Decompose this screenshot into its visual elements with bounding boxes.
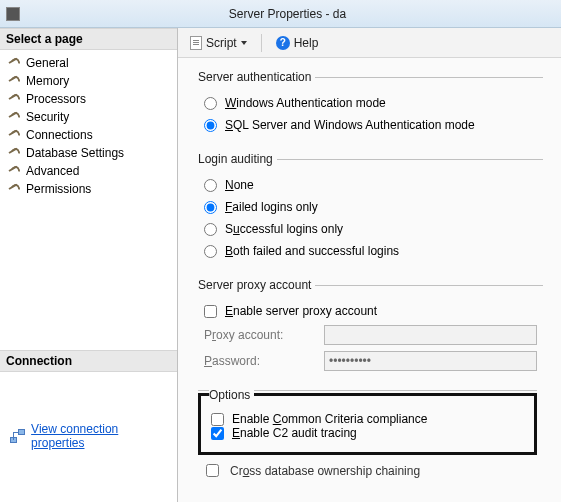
sidebar-item-label: Advanced [26,163,79,179]
server-auth-legend: Server authentication [198,70,315,84]
login-auditing-group: Login auditing None Failed logins only S… [198,152,543,264]
audit-failed-row[interactable]: Failed logins only [202,196,539,218]
help-label: Help [294,36,319,50]
sidebar-item-advanced[interactable]: Advanced [2,162,175,180]
option-c2-label: Enable C2 audit tracing [232,426,357,440]
sidebar-item-label: Processors [26,91,86,107]
wrench-icon [8,57,20,69]
proxy-password-label: Password: [204,354,314,368]
sidebar-item-security[interactable]: Security [2,108,175,126]
audit-success-label: Successful logins only [225,222,343,236]
sidebar-item-permissions[interactable]: Permissions [2,180,175,198]
chevron-down-icon [241,41,247,45]
proxy-account-label: Proxy account: [204,328,314,342]
sidebar-item-processors[interactable]: Processors [2,90,175,108]
audit-both-radio[interactable] [204,245,217,258]
connection-properties-link[interactable]: View connection properties [31,422,167,450]
wrench-icon [8,93,20,105]
option-c2-checkbox[interactable] [211,427,224,440]
options-legend: Options [209,388,254,402]
wrench-icon [8,147,20,159]
window-title: Server Properties - da [20,7,555,21]
login-auditing-legend: Login auditing [198,152,277,166]
security-page: Server authentication Windows Authentica… [178,58,561,502]
audit-none-radio[interactable] [204,179,217,192]
sidebar-item-label: Database Settings [26,145,124,161]
option-ccc-label: Enable Common Criteria compliance [232,412,427,426]
audit-none-label: None [225,178,254,192]
auth-windows-label: Windows Authentication mode [225,96,386,110]
sidebar-item-label: General [26,55,69,71]
select-page-header: Select a page [0,28,177,50]
server-auth-group: Server authentication Windows Authentica… [198,70,543,138]
audit-both-row[interactable]: Both failed and successful logins [202,240,539,262]
sidebar-item-database-settings[interactable]: Database Settings [2,144,175,162]
auth-mixed-label: SQL Server and Windows Authentication mo… [225,118,475,132]
audit-both-label: Both failed and successful logins [225,244,399,258]
script-label: Script [206,36,237,50]
sidebar-item-general[interactable]: General [2,54,175,72]
proxy-enable-row[interactable]: Enable server proxy account [202,300,539,322]
auth-mixed-radio[interactable] [204,119,217,132]
right-column: Script ? Help Server authentication Wind… [178,28,561,502]
proxy-password-row: Password: [202,348,539,374]
option-cross-row[interactable]: Cross database ownership chaining [198,459,543,480]
proxy-password-input [324,351,537,371]
proxy-group: Server proxy account Enable server proxy… [198,278,543,376]
wrench-icon [8,165,20,177]
proxy-account-row: Proxy account: [202,322,539,348]
wrench-icon [8,129,20,141]
page-list: General Memory Processors Security Conne… [0,50,177,350]
sidebar-item-label: Memory [26,73,69,89]
toolbar: Script ? Help [178,28,561,58]
script-icon [190,36,202,50]
toolbar-separator [261,34,262,52]
option-cross-label: Cross database ownership chaining [230,464,420,478]
auth-windows-row[interactable]: Windows Authentication mode [202,92,539,114]
sidebar-item-label: Permissions [26,181,91,197]
wrench-icon [8,111,20,123]
help-icon: ? [276,36,290,50]
sidebar-item-label: Connections [26,127,93,143]
options-group-highlight: Options Enable Common Criteria complianc… [198,393,537,455]
auth-mixed-row[interactable]: SQL Server and Windows Authentication mo… [202,114,539,136]
window-sys-icon [6,7,20,21]
sidebar-item-memory[interactable]: Memory [2,72,175,90]
wrench-icon [8,75,20,87]
sidebar-item-label: Security [26,109,69,125]
proxy-account-input [324,325,537,345]
connection-panel: View connection properties [0,372,177,502]
option-cross-checkbox[interactable] [206,464,219,477]
wrench-icon [8,183,20,195]
option-ccc-checkbox[interactable] [211,413,224,426]
auth-windows-radio[interactable] [204,97,217,110]
left-column: Select a page General Memory Processors … [0,28,178,502]
titlebar: Server Properties - da [0,0,561,28]
connection-header: Connection [0,350,177,372]
audit-success-row[interactable]: Successful logins only [202,218,539,240]
help-button[interactable]: ? Help [272,34,323,52]
proxy-legend: Server proxy account [198,278,315,292]
network-icon [10,429,25,443]
proxy-enable-label: Enable server proxy account [225,304,377,318]
proxy-enable-checkbox[interactable] [204,305,217,318]
sidebar-item-connections[interactable]: Connections [2,126,175,144]
script-button[interactable]: Script [186,34,251,52]
audit-success-radio[interactable] [204,223,217,236]
audit-none-row[interactable]: None [202,174,539,196]
audit-failed-label: Failed logins only [225,200,318,214]
audit-failed-radio[interactable] [204,201,217,214]
